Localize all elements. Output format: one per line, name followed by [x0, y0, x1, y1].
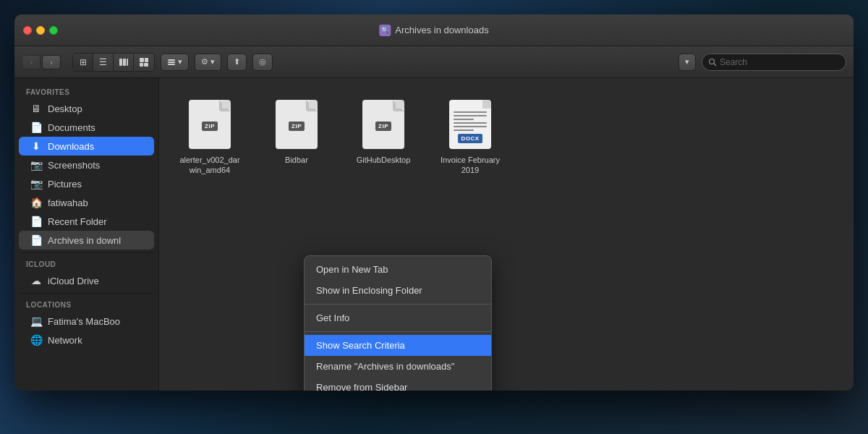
- toolbar: ‹ › ⊞ ☰: [14, 46, 854, 78]
- sidebar-item-icloud-drive[interactable]: ☁ iCloud Drive: [19, 271, 154, 290]
- sidebar-item-pictures[interactable]: 📷 Pictures: [19, 174, 154, 193]
- screenshots-icon: 📷: [30, 159, 42, 171]
- docx-line-1: [454, 111, 487, 113]
- gallery-view-button[interactable]: [134, 54, 154, 71]
- favorites-label: Favorites: [14, 84, 158, 99]
- sidebar-item-recent-folder-label: Recent Folder: [48, 216, 142, 227]
- icon-view-button[interactable]: ⊞: [73, 54, 93, 71]
- icloud-drive-icon: ☁: [30, 275, 42, 286]
- back-button[interactable]: ‹: [22, 55, 41, 69]
- sidebar-item-network[interactable]: 🌐 Network: [19, 331, 154, 349]
- svg-rect-2: [127, 59, 128, 66]
- view-options-dropdown[interactable]: ▾: [161, 54, 189, 71]
- file-icon-alerter: ZIP: [187, 98, 233, 150]
- context-menu-rename[interactable]: Rename "Archives in downloads": [305, 356, 491, 377]
- desktop-icon: 🖥: [30, 103, 42, 114]
- context-menu-get-info[interactable]: Get Info: [305, 307, 491, 328]
- svg-rect-7: [168, 59, 175, 61]
- locations-label: Locations: [14, 297, 158, 312]
- search-placeholder: Search: [720, 57, 747, 67]
- svg-rect-4: [145, 58, 148, 62]
- context-menu-open-new-tab[interactable]: Open in New Tab: [305, 259, 491, 280]
- sidebar-item-screenshots-label: Screenshots: [48, 160, 142, 171]
- svg-rect-3: [140, 58, 144, 62]
- content-area[interactable]: ZIP alerter_v002_darwin_amd64 ZIP Bidbar: [159, 78, 854, 391]
- svg-line-11: [714, 64, 716, 66]
- files-grid: ZIP alerter_v002_darwin_amd64 ZIP Bidbar: [159, 78, 854, 196]
- sidebar-item-home-label: fatiwahab: [48, 197, 142, 208]
- sidebar-item-home[interactable]: 🏠 fatiwahab: [19, 193, 154, 212]
- pictures-icon: 📷: [30, 178, 42, 190]
- docx-badge-invoice: DOCX: [458, 134, 482, 143]
- zip-icon-github: ZIP: [362, 100, 404, 149]
- sidebar-item-desktop[interactable]: 🖥 Desktop: [19, 99, 154, 118]
- context-menu-remove-sidebar[interactable]: Remove from Sidebar: [305, 377, 491, 391]
- share-button[interactable]: ⬆: [227, 54, 247, 71]
- sidebar-item-macbook-label: Fatima's MacBoo: [48, 316, 142, 327]
- file-icon-invoice: DOCX: [447, 98, 493, 150]
- svg-rect-0: [119, 59, 122, 66]
- file-item-invoice[interactable]: DOCX Invoice February 2019: [434, 93, 506, 182]
- list-view-button[interactable]: ☰: [93, 54, 114, 71]
- context-menu-divider-1: [305, 304, 491, 305]
- search-bar[interactable]: Search: [702, 54, 846, 71]
- docx-line-2: [454, 115, 487, 116]
- archives-icon: 📄: [30, 234, 42, 246]
- file-item-bidbar[interactable]: ZIP Bidbar: [260, 93, 333, 182]
- sidebar-item-documents-label: Documents: [48, 122, 142, 133]
- docx-line-6: [454, 129, 474, 131]
- sidebar-item-screenshots[interactable]: 📷 Screenshots: [19, 156, 154, 174]
- recent-folder-icon: 📄: [30, 216, 42, 227]
- column-view-button[interactable]: [114, 54, 134, 71]
- sidebar-divider-1: [20, 252, 153, 253]
- file-name-github: GitHubDesktop: [357, 155, 411, 165]
- sidebar: Favorites 🖥 Desktop 📄 Documents ⬇ Downlo…: [14, 78, 159, 391]
- sidebar-item-documents[interactable]: 📄 Documents: [19, 118, 154, 137]
- title-bar: 🔍 Archives in downloads: [14, 14, 854, 46]
- svg-rect-9: [168, 64, 175, 65]
- path-dropdown[interactable]: ▾: [678, 54, 696, 71]
- svg-rect-8: [168, 61, 175, 63]
- docx-line-5: [454, 126, 487, 127]
- sidebar-item-desktop-label: Desktop: [48, 103, 142, 114]
- traffic-lights: [23, 26, 58, 35]
- sidebar-divider-2: [20, 293, 153, 294]
- sidebar-item-network-label: Network: [48, 335, 142, 346]
- macbook-icon: 💻: [30, 315, 42, 327]
- downloads-icon: ⬇: [30, 140, 42, 152]
- file-item-alerter[interactable]: ZIP alerter_v002_darwin_amd64: [174, 93, 246, 182]
- context-menu-show-search[interactable]: Show Search Criteria: [305, 335, 491, 356]
- svg-rect-5: [140, 63, 143, 67]
- gear-button[interactable]: ⚙ ▾: [195, 54, 221, 71]
- svg-rect-6: [144, 63, 148, 67]
- svg-point-10: [710, 59, 715, 64]
- zip-badge-bidbar: ZIP: [289, 122, 305, 131]
- docx-icon-invoice: DOCX: [449, 100, 491, 149]
- main-area: Favorites 🖥 Desktop 📄 Documents ⬇ Downlo…: [14, 78, 854, 391]
- sidebar-item-downloads[interactable]: ⬇ Downloads: [19, 137, 154, 156]
- file-icon-bidbar: ZIP: [273, 98, 320, 150]
- sidebar-item-recent-folder[interactable]: 📄 Recent Folder: [19, 212, 154, 231]
- zip-badge-alerter: ZIP: [202, 122, 218, 131]
- docx-line-3: [454, 119, 474, 120]
- docx-line-4: [454, 122, 487, 124]
- file-icon-github: ZIP: [360, 98, 407, 150]
- svg-rect-1: [123, 59, 126, 66]
- minimize-button[interactable]: [36, 26, 45, 35]
- sidebar-item-macbook[interactable]: 💻 Fatima's MacBoo: [19, 312, 154, 331]
- sidebar-item-archives[interactable]: 📄 Archives in downl: [19, 231, 154, 250]
- icloud-label: iCloud: [14, 256, 158, 271]
- file-name-invoice: Invoice February 2019: [440, 155, 501, 176]
- maximize-button[interactable]: [49, 26, 58, 35]
- sidebar-item-icloud-drive-label: iCloud Drive: [48, 276, 142, 286]
- close-button[interactable]: [23, 26, 32, 35]
- home-icon: 🏠: [30, 197, 42, 208]
- docx-lines: [454, 106, 487, 131]
- zip-badge-github: ZIP: [375, 122, 391, 131]
- context-menu-divider-2: [305, 331, 491, 332]
- forward-button[interactable]: ›: [42, 55, 61, 69]
- context-menu-show-enclosing[interactable]: Show in Enclosing Folder: [305, 280, 491, 301]
- finder-window: 🔍 Archives in downloads ‹ › ⊞ ☰: [14, 14, 854, 391]
- file-item-github[interactable]: ZIP GitHubDesktop: [347, 93, 420, 182]
- tag-button[interactable]: ◎: [252, 54, 273, 71]
